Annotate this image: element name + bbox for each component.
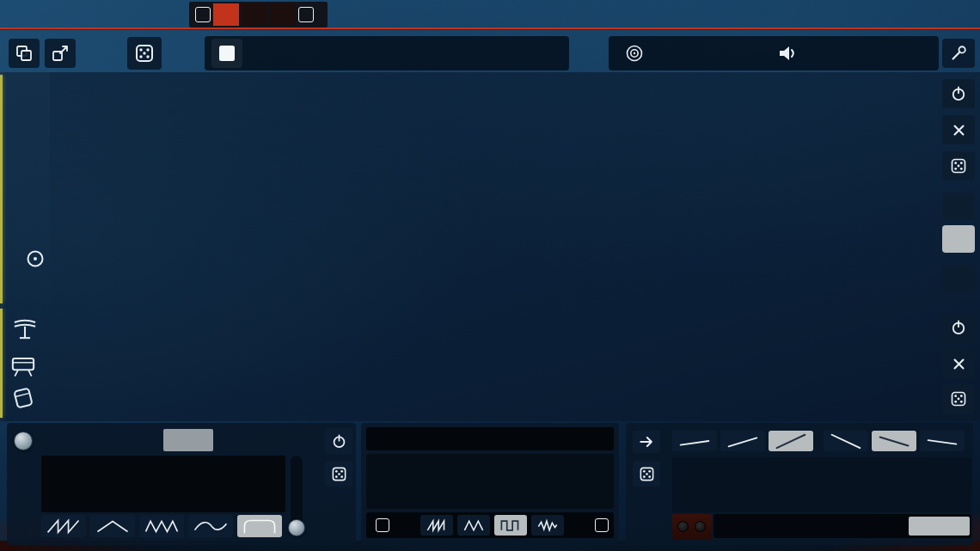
q-key-badge <box>376 518 389 532</box>
fall-steep-icon <box>825 432 867 450</box>
envelope-panel <box>626 423 973 545</box>
melody-randomise-button[interactable] <box>942 151 975 181</box>
copy-pattern-button[interactable] <box>9 39 40 68</box>
envelope-length-bar <box>714 514 971 538</box>
pattern-page-2[interactable] <box>103 429 153 451</box>
melody-power-button[interactable] <box>942 79 975 108</box>
waveform-square-button[interactable] <box>494 515 527 536</box>
drums-clear-button[interactable] <box>942 349 975 378</box>
scene-knob <box>695 521 706 532</box>
sample-slot-stepper <box>366 427 614 450</box>
contour-shape-zigzag-button[interactable] <box>139 515 184 537</box>
randomise-all-button[interactable] <box>127 37 162 70</box>
attack-medium-button[interactable] <box>720 431 765 451</box>
melody-grid <box>52 77 939 301</box>
envelope-direction-button[interactable] <box>633 431 660 453</box>
tab-sequencer[interactable] <box>213 3 239 26</box>
length-quarter-button[interactable] <box>715 517 776 536</box>
contour-shape-saw-button[interactable] <box>41 515 86 537</box>
device-d-badge[interactable] <box>298 7 314 22</box>
tempo-decrease-arrow[interactable] <box>275 52 282 55</box>
pattern-page-1[interactable] <box>43 429 93 451</box>
stop-icon <box>218 45 236 62</box>
square-wave-icon <box>499 518 523 533</box>
device-a-badge[interactable] <box>195 7 211 22</box>
sample-previous-arrow[interactable] <box>452 438 459 441</box>
attack-steep-button[interactable] <box>769 431 813 451</box>
drums-randomise-button[interactable] <box>942 384 975 413</box>
dice-icon <box>950 157 967 174</box>
length-three-quarter-button[interactable] <box>844 517 905 536</box>
rise-medium-icon <box>722 432 763 450</box>
waveform-triangle-button[interactable] <box>457 515 490 536</box>
melody-clear-button[interactable] <box>942 115 975 144</box>
accent-divider <box>0 28 980 29</box>
scene-knob <box>677 521 689 532</box>
dice-icon <box>331 466 347 482</box>
swing-target-button[interactable] <box>619 39 650 68</box>
noise-wave-icon <box>536 518 560 533</box>
division-16-button[interactable] <box>942 193 975 220</box>
key-next-arrow[interactable] <box>531 52 538 55</box>
contour-shape-curve-button[interactable] <box>188 515 233 537</box>
power-icon <box>331 433 347 450</box>
swing-increase-arrow[interactable] <box>748 52 755 55</box>
waveform-noise-button[interactable] <box>531 515 564 536</box>
speaker-icon <box>777 43 798 64</box>
tab-synchroniser[interactable] <box>242 3 267 26</box>
waveform-saw-button[interactable] <box>420 515 453 536</box>
saw-wave-icon <box>425 518 449 533</box>
clear-x-icon <box>952 357 966 371</box>
pattern-knob[interactable] <box>14 432 33 450</box>
power-icon <box>950 85 967 102</box>
volume-button[interactable] <box>772 39 803 68</box>
drums-power-button[interactable] <box>942 313 975 342</box>
division-4-button[interactable] <box>942 265 975 292</box>
dice-icon <box>950 390 967 407</box>
bytebeat-sequencer-screen <box>0 0 980 551</box>
pattern-randomise-button[interactable] <box>325 461 352 487</box>
rise-shallow-icon <box>674 432 715 450</box>
pattern-power-button[interactable] <box>325 428 352 454</box>
decay-steep-button[interactable] <box>824 431 868 451</box>
listen-button[interactable] <box>942 39 975 68</box>
pitch-contour-display <box>41 456 285 512</box>
right-arrow-icon <box>638 433 655 450</box>
waveform-selector-bar <box>366 512 614 538</box>
contour-shape-triangle-button[interactable] <box>90 515 135 537</box>
decay-medium-button[interactable] <box>872 431 916 451</box>
sample-panel <box>361 423 619 545</box>
triangle-wave-icon <box>462 518 486 533</box>
volume-increase-arrow[interactable] <box>908 52 915 55</box>
paste-pattern-button[interactable] <box>45 39 76 68</box>
attack-shallow-button[interactable] <box>672 431 717 451</box>
fall-medium-icon <box>873 432 915 450</box>
length-full-button[interactable] <box>909 517 970 536</box>
swing-decrease-arrow[interactable] <box>660 52 667 55</box>
curve-contour-icon <box>190 516 231 536</box>
drum-playhead <box>0 309 3 418</box>
pattern-page-3[interactable] <box>163 429 213 451</box>
envelope-randomise-button[interactable] <box>633 461 660 487</box>
key-previous-arrow[interactable] <box>409 52 416 55</box>
decay-shallow-button[interactable] <box>920 431 965 451</box>
target-icon <box>624 43 645 64</box>
stop-button[interactable] <box>211 39 242 68</box>
melody-playhead <box>0 75 3 303</box>
volume-stepper <box>806 36 922 70</box>
pattern-page-4[interactable] <box>224 429 273 451</box>
zigzag-contour-icon <box>141 516 182 536</box>
sample-next-arrow[interactable] <box>521 438 528 441</box>
division-8-button[interactable] <box>942 225 975 253</box>
tempo-increase-arrow[interactable] <box>366 52 373 55</box>
tempo-stepper <box>268 36 380 70</box>
rise-steep-icon <box>770 432 812 450</box>
volume-decrease-arrow[interactable] <box>813 52 820 55</box>
contour-shape-plateau-button[interactable] <box>237 515 282 537</box>
swing-stepper <box>653 36 762 70</box>
pattern-slider-knob[interactable] <box>288 519 305 536</box>
tab-advanced-waveform[interactable] <box>270 3 296 26</box>
key-stepper <box>402 36 545 70</box>
length-half-button[interactable] <box>780 517 841 536</box>
snare-track-icon <box>9 349 40 380</box>
